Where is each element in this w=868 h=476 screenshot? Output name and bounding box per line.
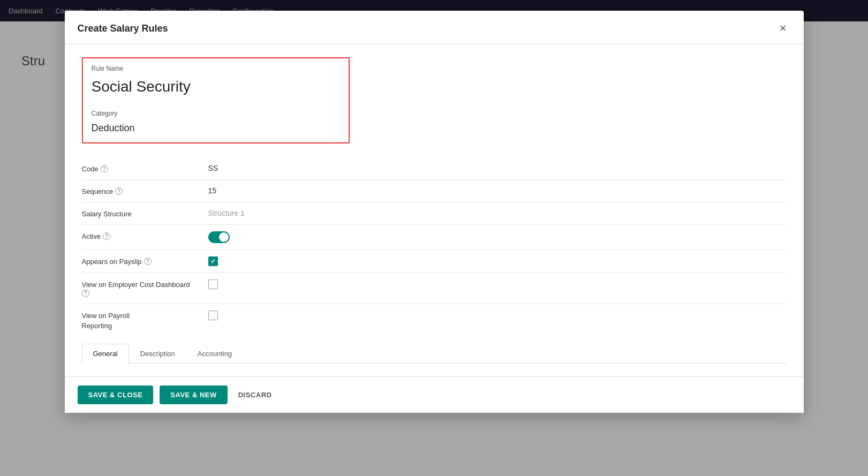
field-active: Active ?	[82, 226, 787, 248]
appears-on-payslip-label: Appears on Payslip ?	[82, 256, 200, 266]
category-value[interactable]: Deduction	[92, 123, 340, 134]
field-salary-structure: Salary Structure Structure 1	[82, 203, 787, 223]
checkmark-icon: ✓	[210, 258, 216, 265]
divider-3	[82, 224, 787, 225]
appears-on-payslip-checkbox[interactable]: ✓	[208, 256, 218, 266]
divider-4	[82, 250, 787, 250]
field-code: Code ? SS	[82, 158, 787, 178]
code-value[interactable]: SS	[208, 164, 218, 172]
top-row: Rule Name Social Security Category Deduc…	[82, 57, 787, 154]
modal-header: Create Salary Rules ×	[65, 11, 804, 44]
sequence-value[interactable]: 15	[208, 186, 217, 195]
payroll-reporting-checkbox[interactable]	[208, 311, 218, 320]
rule-name-value[interactable]: Social Security	[92, 78, 340, 96]
modal-footer: SAVE & CLOSE SAVE & NEW DISCARD	[65, 376, 804, 413]
sequence-label: Sequence ?	[82, 186, 200, 195]
discard-button[interactable]: DISCARD	[234, 386, 276, 404]
divider-1	[82, 179, 787, 180]
employer-cost-checkbox[interactable]	[208, 279, 218, 289]
field-sequence: Sequence ? 15	[82, 181, 787, 201]
rule-name-label: Rule Name	[92, 65, 340, 72]
divider-5	[82, 273, 787, 273]
rule-name-section: Rule Name Social Security Category Deduc…	[82, 57, 350, 143]
modal-body: Rule Name Social Security Category Deduc…	[65, 44, 804, 376]
employer-cost-label: View on Employer Cost Dashboard ?	[82, 279, 200, 297]
salary-structure-label: Salary Structure	[82, 209, 200, 218]
tab-description[interactable]: Description	[129, 344, 186, 363]
sequence-help-icon[interactable]: ?	[115, 187, 123, 195]
field-appears-on-payslip: Appears on Payslip ? ✓	[82, 251, 787, 271]
payslip-help-icon[interactable]: ?	[144, 258, 152, 265]
modal-title: Create Salary Rules	[78, 23, 168, 34]
modal-overlay: Create Salary Rules × Rule Name Social S…	[0, 0, 868, 476]
divider-6	[82, 304, 787, 304]
active-label: Active ?	[82, 231, 200, 240]
code-label: Code ?	[82, 164, 200, 173]
code-help-icon[interactable]: ?	[101, 165, 108, 172]
save-close-button[interactable]: SAVE & CLOSE	[78, 386, 154, 404]
category-label: Category	[92, 110, 340, 117]
tab-general[interactable]: General	[82, 344, 129, 364]
create-salary-rules-modal: Create Salary Rules × Rule Name Social S…	[65, 11, 804, 413]
save-new-button[interactable]: SAVE & NEW	[160, 386, 227, 404]
field-employer-cost-dashboard: View on Employer Cost Dashboard ?	[82, 274, 787, 303]
payroll-reporting-label: View on Payroll Reporting	[82, 311, 200, 330]
salary-structure-value[interactable]: Structure 1	[208, 209, 245, 217]
tab-accounting[interactable]: Accounting	[186, 344, 243, 363]
active-help-icon[interactable]: ?	[103, 232, 110, 240]
employer-cost-help-icon[interactable]: ?	[82, 290, 89, 297]
modal-close-button[interactable]: ×	[775, 20, 791, 36]
divider-2	[82, 202, 787, 202]
active-toggle[interactable]	[208, 231, 230, 243]
tabs-row: General Description Accounting	[82, 344, 787, 364]
field-payroll-reporting: View on Payroll Reporting	[82, 305, 787, 335]
